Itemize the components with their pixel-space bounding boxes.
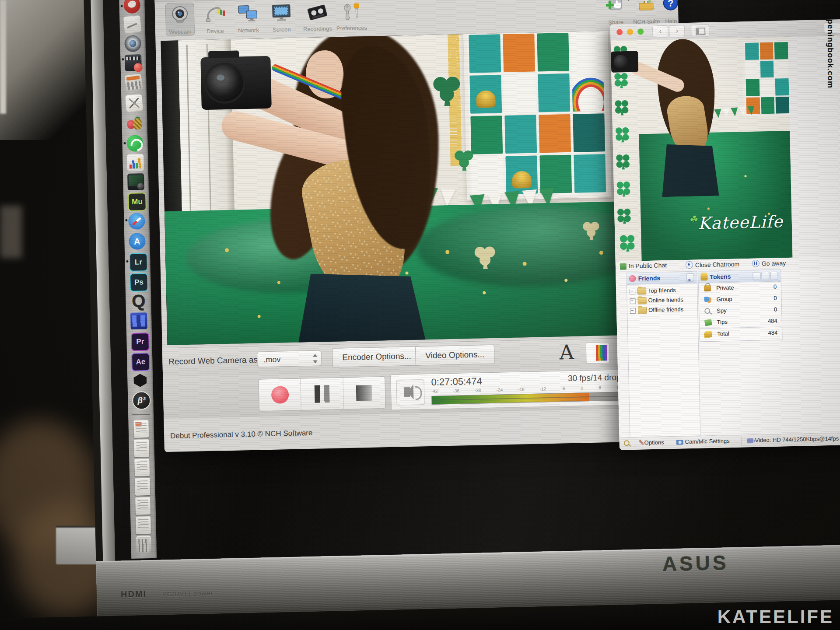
dock-item-lightroom[interactable]: Lr bbox=[129, 253, 148, 272]
friends-tree: Top friends Online friends Offline frien… bbox=[630, 286, 684, 316]
dock-item-app-store[interactable]: A bbox=[129, 233, 146, 250]
tokens-search-button[interactable] bbox=[761, 272, 769, 280]
running-indicator bbox=[126, 260, 128, 262]
dock-item-processing[interactable]: β³ bbox=[132, 391, 151, 410]
stop-button[interactable] bbox=[343, 377, 385, 409]
dslr-camera bbox=[200, 56, 272, 110]
token-row-total: Total484 bbox=[700, 326, 782, 340]
stop-icon bbox=[356, 385, 372, 401]
folder-icon bbox=[637, 287, 646, 294]
friends-group-offline[interactable]: Offline friends bbox=[630, 305, 684, 316]
running-indicator bbox=[122, 58, 124, 60]
friends-group-online[interactable]: Online friends bbox=[630, 295, 683, 306]
running-indicator bbox=[123, 142, 126, 144]
after-effects-label: Ae bbox=[132, 354, 149, 371]
options-button[interactable]: Options bbox=[639, 439, 664, 446]
screen-icon bbox=[271, 3, 292, 23]
clover-border-icon bbox=[615, 206, 633, 224]
encoder-options-button[interactable]: Encoder Options... bbox=[332, 346, 421, 367]
dock-item-safari[interactable] bbox=[128, 213, 145, 230]
dock-item-blue-app[interactable] bbox=[130, 312, 147, 329]
lightroom-label: Lr bbox=[130, 254, 147, 271]
app-store-label: A bbox=[129, 233, 146, 250]
dock-item-red-app[interactable] bbox=[123, 0, 140, 14]
tokens-list-button[interactable] bbox=[770, 272, 778, 280]
dock-item-photoshop[interactable]: Ps bbox=[130, 273, 148, 292]
format-select[interactable]: .mov bbox=[257, 350, 322, 367]
video-info: Video: HD 744/1250Kbps@14fps bbox=[747, 435, 839, 444]
friends-header[interactable]: Friends bbox=[626, 272, 697, 285]
dock-item-media-player[interactable] bbox=[127, 173, 144, 190]
go-away-button[interactable]: Go away bbox=[752, 259, 786, 267]
away-icon bbox=[752, 259, 760, 267]
expand-toggle[interactable] bbox=[630, 289, 635, 294]
dock-minimized-window[interactable] bbox=[135, 478, 150, 496]
toolbar-help-button[interactable]: ? Help bbox=[656, 0, 686, 25]
dock-item-screen-recorder[interactable] bbox=[125, 54, 142, 71]
dock-item-after-effects[interactable]: Ae bbox=[131, 353, 150, 371]
dark-skirt bbox=[295, 271, 428, 345]
cam-dark-skirt bbox=[661, 144, 719, 197]
pause-icon bbox=[315, 385, 330, 403]
color-effects-button[interactable] bbox=[586, 342, 610, 364]
forward-button[interactable]: › bbox=[669, 25, 685, 38]
toolbar-label: Screen bbox=[261, 26, 302, 33]
expand-toggle[interactable] bbox=[630, 308, 636, 314]
dock-item-premiere[interactable]: Pr bbox=[131, 332, 150, 351]
toolbar-recordings-button[interactable]: Recordings bbox=[302, 0, 332, 33]
dock-trash[interactable] bbox=[136, 536, 151, 554]
toolbar-network-button[interactable]: Network bbox=[234, 1, 263, 35]
select-stepper-icon bbox=[312, 354, 318, 364]
svg-text:?: ? bbox=[668, 0, 674, 9]
friends-group-top[interactable]: Top friends bbox=[630, 286, 683, 297]
dock-item-notes[interactable] bbox=[123, 15, 141, 33]
dock-item-cocktail-app[interactable] bbox=[126, 115, 143, 132]
toolbar-preferences-button[interactable]: Preferences bbox=[336, 0, 366, 32]
dock-item-clipping-tool[interactable] bbox=[125, 94, 143, 112]
clover-border-icon bbox=[612, 71, 630, 89]
minimize-window-button[interactable] bbox=[627, 29, 633, 35]
dock-item-unity[interactable] bbox=[132, 372, 149, 389]
dock-item-whatsapp[interactable] bbox=[126, 135, 144, 152]
close-chatroom-button[interactable]: Close Chatroom bbox=[686, 260, 739, 269]
dock-minimized-window[interactable] bbox=[136, 516, 151, 534]
record-button[interactable] bbox=[259, 378, 301, 411]
dock-item-calculator[interactable] bbox=[124, 74, 143, 92]
text-overlay-button[interactable]: A bbox=[553, 340, 581, 366]
friends-panel: Friends Top friends Online friends Offli… bbox=[626, 271, 700, 438]
public-chat-button[interactable]: In Public Chat bbox=[620, 262, 667, 270]
zoom-window-button[interactable] bbox=[637, 28, 644, 35]
expand-toggle[interactable] bbox=[630, 298, 636, 304]
dock-minimized-window[interactable] bbox=[135, 497, 150, 515]
dock-item-quicktime[interactable]: Q bbox=[130, 292, 147, 309]
dock-item-camera-viewer[interactable] bbox=[124, 35, 141, 52]
cam-feed: ☘KateeLife bbox=[611, 37, 793, 262]
collapse-button[interactable] bbox=[686, 273, 694, 282]
audio-level-meter bbox=[431, 392, 621, 404]
webcam-icon bbox=[169, 5, 191, 25]
tokens-refresh-button[interactable] bbox=[752, 272, 760, 280]
device-icon bbox=[204, 4, 226, 24]
dock-minimized-window[interactable] bbox=[133, 420, 149, 438]
close-window-button[interactable] bbox=[616, 29, 623, 35]
dock-item-adobe-muse[interactable]: Mu bbox=[128, 192, 147, 211]
dock-minimized-window[interactable] bbox=[134, 458, 150, 476]
dock-minimized-window[interactable] bbox=[134, 439, 149, 457]
nch-suite-icon bbox=[635, 0, 657, 15]
group-icon bbox=[704, 297, 711, 303]
monitor-screen: Mu A Lr Ps Q Pr Ae β³ bbox=[103, 0, 840, 563]
cam-name-overlay: ☘KateeLife bbox=[689, 212, 783, 233]
mute-button[interactable] bbox=[396, 379, 424, 405]
toolbar-webcam-button[interactable]: Webcam bbox=[165, 3, 195, 36]
dock-item-activity-chart[interactable] bbox=[127, 154, 144, 171]
cam-mic-settings-button[interactable]: Cam/Mic Settings bbox=[676, 438, 730, 445]
pause-button[interactable] bbox=[301, 378, 344, 410]
zoom-search-button[interactable] bbox=[624, 440, 631, 446]
sidebar-toggle-button[interactable] bbox=[691, 24, 710, 37]
toolbar-screen-button[interactable]: Screen bbox=[267, 0, 297, 34]
toolbar-device-button[interactable]: Device bbox=[200, 2, 230, 35]
back-button[interactable]: ‹ bbox=[652, 25, 668, 38]
video-options-button[interactable]: Video Options... bbox=[415, 345, 495, 366]
watermark-side: fappeningbook.com bbox=[826, 6, 835, 88]
transport-buttons bbox=[258, 376, 386, 411]
